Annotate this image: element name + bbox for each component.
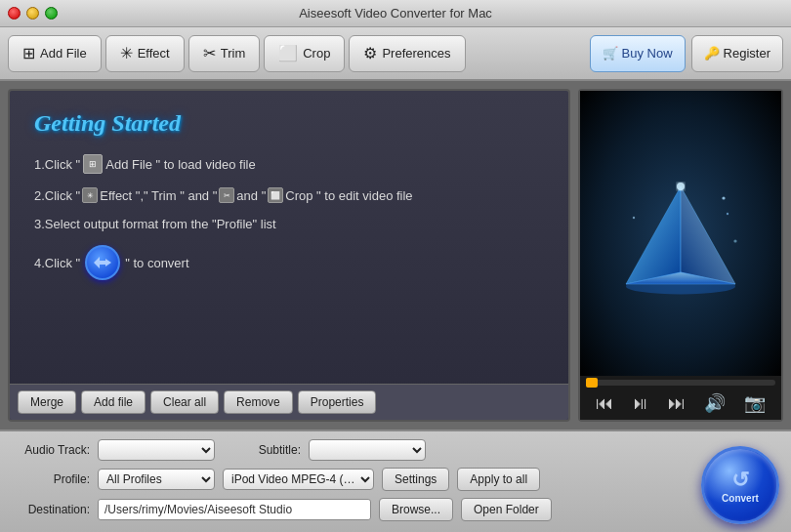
playback-controls: ⏮ ⏯ ⏭ 🔊 📷 <box>586 390 775 416</box>
step4-pre: 4.Click " <box>34 256 80 270</box>
step-3: 3.Select output format from the "Profile… <box>34 217 544 231</box>
step-4: 4.Click " " to convert <box>34 245 544 280</box>
preview-video <box>580 91 781 376</box>
toolbar-right: 🛒 Buy Now 🔑 Register <box>590 35 783 72</box>
svg-point-6 <box>727 213 729 215</box>
convert-mini-icon <box>85 245 120 280</box>
add-file-label: Add File <box>40 46 87 61</box>
svg-point-4 <box>677 183 685 190</box>
getting-started-panel: Getting Started 1.Click " ⊞ Add File " t… <box>10 91 568 384</box>
effect-mini-icon: ✳ <box>82 187 98 203</box>
file-panel: Getting Started 1.Click " ⊞ Add File " t… <box>8 89 570 422</box>
destination-label: Destination: <box>12 503 90 516</box>
trim-mini-icon: ✂ <box>219 187 234 203</box>
audio-track-label: Audio Track: <box>12 443 90 457</box>
crop-button[interactable]: ⬜ Crop <box>264 35 345 72</box>
convert-label: Convert <box>722 493 759 504</box>
bottom-panel: Audio Track: Subtitle: Profile: All Prof… <box>0 430 791 532</box>
minimize-button[interactable] <box>26 7 39 20</box>
step2b-text: Crop " to edit video file <box>285 188 412 203</box>
audio-subtitle-row: Audio Track: Subtitle: <box>12 439 779 461</box>
effect-button[interactable]: ✳ Effect <box>105 35 185 72</box>
buy-now-button[interactable]: 🛒 Buy Now <box>590 35 686 72</box>
step3-text: 3.Select output format from the "Profile… <box>34 217 276 231</box>
register-icon: 🔑 <box>704 46 720 61</box>
open-folder-button[interactable]: Open Folder <box>461 498 552 521</box>
step1-text-pre: 1.Click " <box>34 157 80 172</box>
traffic-lights <box>8 7 58 20</box>
preferences-button[interactable]: ⚙ Preferences <box>349 35 465 72</box>
add-file-icon: ⊞ <box>22 44 35 62</box>
svg-marker-1 <box>626 186 681 284</box>
crop-mini-icon: ⬜ <box>268 187 283 203</box>
destination-input[interactable] <box>98 499 371 520</box>
preferences-icon: ⚙ <box>363 44 377 62</box>
format-select[interactable]: iPod Video MPEG-4 (… <box>223 469 374 490</box>
file-list-buttons: Merge Add file Clear all Remove Properti… <box>10 384 568 420</box>
add-file-button[interactable]: ⊞ Add File <box>8 35 102 72</box>
getting-started-heading: Getting Started <box>34 110 544 137</box>
merge-button[interactable]: Merge <box>18 390 76 414</box>
pyramid-scene <box>580 91 781 376</box>
crop-icon: ⬜ <box>278 44 298 62</box>
progress-bar[interactable] <box>586 380 775 386</box>
subtitle-select[interactable] <box>309 439 426 461</box>
properties-button[interactable]: Properties <box>298 390 377 414</box>
preview-panel: ⏮ ⏯ ⏭ 🔊 📷 <box>578 89 783 422</box>
trim-label: Trim <box>221 46 246 61</box>
maximize-button[interactable] <box>45 7 58 20</box>
settings-button[interactable]: Settings <box>382 468 449 491</box>
effect-label: Effect <box>138 46 170 61</box>
audio-track-select[interactable] <box>98 439 215 461</box>
close-button[interactable] <box>8 7 21 20</box>
skip-back-button[interactable]: ⏮ <box>592 391 617 416</box>
convert-circle: ↺ Convert <box>701 446 779 524</box>
crop-label: Crop <box>303 46 330 61</box>
apply-to-all-button[interactable]: Apply to all <box>457 468 540 491</box>
register-button[interactable]: 🔑 Register <box>691 35 783 72</box>
add-file-list-button[interactable]: Add file <box>81 390 146 414</box>
progress-thumb[interactable] <box>586 378 598 388</box>
browse-button[interactable]: Browse... <box>379 498 453 521</box>
step2-text: Effect "," Trim " and " <box>100 188 217 203</box>
skip-forward-button[interactable]: ⏭ <box>664 391 689 416</box>
play-button[interactable]: ⏯ <box>628 391 653 416</box>
cart-icon: 🛒 <box>603 46 618 61</box>
step1-text: Add File " to load video file <box>105 157 255 172</box>
add-file-mini-icon: ⊞ <box>83 154 103 174</box>
profile-row: Profile: All Profiles iPod Video MPEG-4 … <box>12 468 779 491</box>
titlebar: Aiseesoft Video Converter for Mac <box>0 0 791 27</box>
svg-point-8 <box>733 239 736 242</box>
trim-icon: ✂ <box>203 44 216 62</box>
convert-arrows-icon: ↺ <box>731 468 749 493</box>
window-title: Aiseesoft Video Converter for Mac <box>299 6 492 20</box>
pyramid-graphic <box>603 170 759 297</box>
trim-button[interactable]: ✂ Trim <box>188 35 261 72</box>
effect-icon: ✳ <box>120 44 133 62</box>
buy-now-label: Buy Now <box>622 46 673 61</box>
clear-all-button[interactable]: Clear all <box>150 390 219 414</box>
remove-button[interactable]: Remove <box>224 390 293 414</box>
step4-post: " to convert <box>125 256 188 270</box>
subtitle-label: Subtitle: <box>223 443 301 457</box>
step-1: 1.Click " ⊞ Add File " to load video fil… <box>34 154 544 174</box>
svg-marker-2 <box>681 186 735 284</box>
register-label: Register <box>724 46 770 61</box>
step2-text-pre: 2.Click " <box>34 188 80 203</box>
screenshot-button[interactable]: 📷 <box>740 390 770 416</box>
preferences-label: Preferences <box>382 46 450 61</box>
toolbar: ⊞ Add File ✳ Effect ✂ Trim ⬜ Crop ⚙ Pref… <box>0 27 791 81</box>
step-2: 2.Click " ✳ Effect "," Trim " and " ✂ an… <box>34 187 544 203</box>
convert-button[interactable]: ↺ Convert <box>701 446 779 524</box>
main-area: Getting Started 1.Click " ⊞ Add File " t… <box>0 81 791 430</box>
profile-label: Profile: <box>12 472 90 486</box>
preview-controls: ⏮ ⏯ ⏭ 🔊 📷 <box>580 376 781 420</box>
destination-row: Destination: Browse... Open Folder <box>12 498 779 521</box>
profile-select[interactable]: All Profiles <box>98 469 215 490</box>
svg-point-7 <box>633 217 635 219</box>
svg-point-5 <box>722 196 725 199</box>
volume-button[interactable]: 🔊 <box>700 390 729 416</box>
